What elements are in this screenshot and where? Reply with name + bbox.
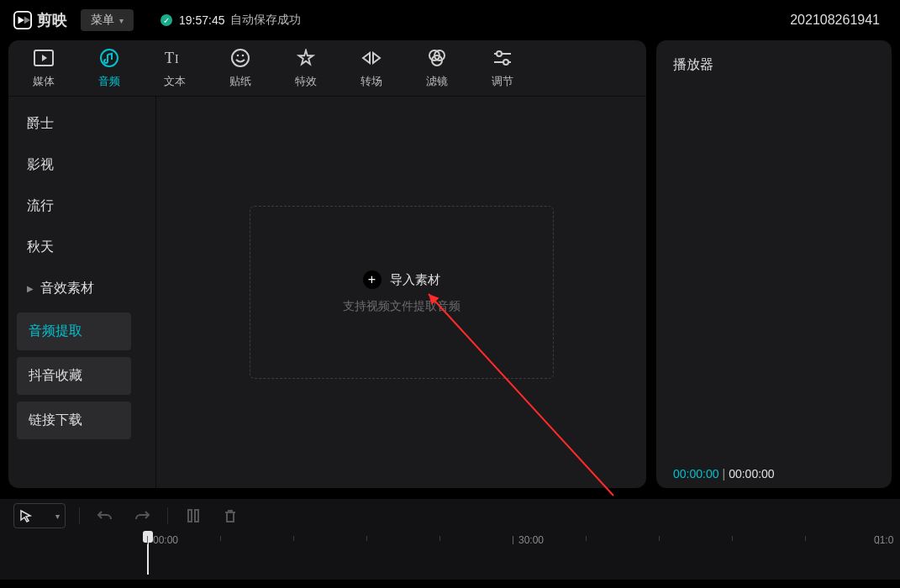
tab-filter[interactable]: 滤镜 (417, 47, 457, 89)
import-dropzone[interactable]: + 导入素材 支持视频文件提取音频 (250, 206, 554, 379)
tab-audio-label: 音频 (98, 74, 120, 89)
tick-2: 01:0 (874, 534, 893, 546)
project-id: 202108261941 (790, 13, 880, 28)
player-viewport[interactable] (656, 89, 892, 459)
transition-icon (361, 47, 382, 69)
plus-icon: + (363, 270, 382, 289)
app-name: 剪映 (37, 10, 67, 30)
sticker-icon (231, 47, 250, 69)
timeline: ▾ 00:00 30:00 01:0 (0, 498, 900, 580)
trash-icon (223, 508, 238, 523)
audio-category-sidebar: 爵士 影视 流行 秋天 ▶ 音效素材 音频提取 抖音收藏 链接下载 (8, 97, 156, 488)
chevron-down-icon: ▾ (55, 512, 60, 521)
tab-adjust[interactable]: 调节 (482, 47, 523, 89)
svg-rect-16 (195, 510, 198, 522)
tick-1: 30:00 (518, 534, 544, 546)
tab-audio[interactable]: 音频 (89, 47, 129, 89)
autosave-time: 19:57:45 (179, 13, 225, 27)
tab-adjust-label: 调节 (492, 74, 513, 89)
media-icon (34, 47, 54, 69)
menu-button[interactable]: 菜单 ▾ (81, 9, 134, 31)
effect-icon (297, 47, 315, 69)
import-label: 导入素材 (390, 272, 440, 288)
svg-point-5 (232, 50, 249, 66)
tab-text-label: 文本 (164, 74, 186, 89)
sidebar-item-extract[interactable]: 音频提取 (17, 312, 131, 350)
player-title: 播放器 (656, 40, 892, 89)
autosave-status: ✓ 19:57:45 自动保存成功 (161, 13, 301, 28)
autosave-text: 自动保存成功 (230, 13, 301, 28)
svg-text:I: I (175, 53, 179, 66)
sidebar-item-link[interactable]: 链接下载 (17, 402, 131, 439)
material-tabs: 媒体 音频 TI 文本 贴纸 特效 转场 (8, 40, 646, 97)
cat-autumn[interactable]: 秋天 (17, 230, 147, 265)
delete-button[interactable] (218, 504, 242, 528)
sidebar-item-sfx[interactable]: ▶ 音效素材 (17, 271, 147, 306)
audio-icon (100, 47, 118, 69)
tick-0: 00:00 (153, 534, 178, 546)
selection-tool[interactable]: ▾ (13, 503, 66, 528)
triangle-right-icon: ▶ (27, 284, 34, 293)
redo-button[interactable] (130, 504, 154, 528)
import-hint: 支持视频文件提取音频 (343, 299, 461, 314)
svg-rect-15 (188, 510, 192, 522)
svg-point-2 (101, 50, 118, 66)
tab-transition[interactable]: 转场 (351, 47, 392, 89)
sidebar-item-sfx-label: 音效素材 (40, 280, 94, 297)
player-panel: 播放器 00:00:00 | 00:00:00 (656, 40, 892, 488)
tab-media-label: 媒体 (33, 74, 55, 89)
timeline-ruler[interactable]: 00:00 30:00 01:0 (0, 533, 900, 575)
split-icon (186, 508, 201, 523)
svg-text:T: T (165, 50, 174, 66)
logo-icon (13, 11, 32, 29)
timecode-total: 00:00:00 (729, 467, 775, 480)
undo-icon (97, 509, 113, 522)
filter-icon (427, 47, 447, 69)
redo-icon (134, 509, 150, 522)
cursor-icon (19, 509, 33, 522)
tab-sticker[interactable]: 贴纸 (220, 47, 261, 89)
tab-media[interactable]: 媒体 (24, 47, 64, 89)
menu-label: 菜单 (91, 13, 114, 28)
svg-point-7 (242, 55, 245, 57)
tab-text[interactable]: TI 文本 (155, 47, 195, 89)
timecode-current: 00:00:00 (673, 467, 719, 480)
tab-sticker-label: 贴纸 (229, 74, 251, 89)
timecode-separator: | (723, 467, 726, 480)
cat-jazz[interactable]: 爵士 (17, 107, 147, 141)
split-button[interactable] (182, 504, 205, 528)
svg-point-6 (237, 55, 239, 57)
timeline-toolbar: ▾ (0, 499, 900, 533)
tab-transition-label: 转场 (361, 74, 382, 89)
undo-button[interactable] (93, 504, 117, 528)
svg-point-12 (497, 51, 502, 56)
chevron-down-icon: ▾ (119, 16, 124, 25)
adjust-icon (492, 47, 513, 69)
cat-film[interactable]: 影视 (17, 148, 147, 182)
text-icon: TI (165, 47, 185, 69)
tab-effect-label: 特效 (295, 74, 317, 89)
app-logo: 剪映 (13, 10, 67, 30)
tab-filter-label: 滤镜 (426, 74, 448, 89)
cat-pop[interactable]: 流行 (17, 189, 147, 223)
tab-effect[interactable]: 特效 (286, 47, 326, 89)
svg-point-14 (503, 60, 508, 65)
check-icon: ✓ (161, 14, 172, 26)
sidebar-item-douyin[interactable]: 抖音收藏 (17, 357, 131, 395)
material-panel: 媒体 音频 TI 文本 贴纸 特效 转场 (8, 40, 646, 488)
